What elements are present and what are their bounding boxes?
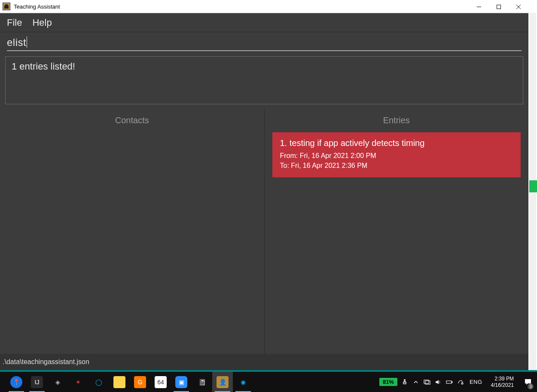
entries-column: Entries 1. testing if app actively detec… (265, 109, 529, 354)
volume-icon[interactable] (434, 378, 442, 386)
contacts-header: Contacts (0, 109, 264, 129)
app-icon (3, 3, 10, 10)
entry-to: To: Fri, 16 Apr 2021 2:36 PM (280, 161, 513, 170)
desktop: Teaching Assistant File Help elist (0, 0, 537, 392)
notifications-badge: 3 (528, 383, 534, 389)
close-button[interactable] (509, 0, 528, 13)
contacts-list[interactable] (0, 129, 264, 354)
language-indicator[interactable]: ENG (470, 379, 482, 385)
taskbar-app-zoom[interactable]: ▣ (171, 372, 192, 392)
taskbar-app-4[interactable]: ✶ (68, 372, 88, 392)
entries-header: Entries (265, 109, 529, 129)
taskbar-apps: 📍 IJ ◈ ✶ ◯ G 64 ▣ 📓 👤 ◉ (0, 372, 253, 392)
status-box: 1 entries listed! (5, 56, 523, 104)
status-message: 1 entries listed! (12, 61, 517, 72)
taskbar-app-3[interactable]: ◈ (47, 372, 68, 392)
taskbar-app-intellij[interactable]: IJ (27, 372, 47, 392)
command-input[interactable]: elist (7, 36, 522, 51)
entries-list[interactable]: 1. testing if app actively detects timin… (265, 129, 529, 354)
svg-rect-1 (497, 5, 501, 9)
taskbar-app-5[interactable]: ◯ (88, 372, 109, 392)
taskbar[interactable]: 📍 IJ ◈ ✶ ◯ G 64 ▣ 📓 👤 ◉ 81% ENG 2:39 PM … (0, 372, 537, 392)
svg-rect-4 (403, 382, 406, 384)
taskbar-app-foxit[interactable]: G (130, 372, 150, 392)
status-wrap: 1 entries listed! (0, 51, 528, 109)
taskbar-app-8[interactable]: 64 (150, 372, 171, 392)
clock[interactable]: 2:39 PM 4/16/2021 (491, 376, 514, 389)
taskbar-app-notepad[interactable]: 📓 (192, 372, 212, 392)
app-window: Teaching Assistant File Help elist (0, 0, 528, 370)
svg-rect-5 (424, 380, 429, 383)
display-icon[interactable] (423, 378, 431, 386)
battery-icon[interactable] (445, 378, 453, 386)
tray-expand-icon[interactable] (412, 378, 420, 386)
taskbar-app-1[interactable]: 📍 (6, 372, 27, 392)
command-row: elist (0, 32, 528, 51)
input-icon[interactable] (457, 378, 464, 386)
menu-bar: File Help (0, 13, 528, 32)
content-columns: Contacts Entries 1. testing if app activ… (0, 109, 528, 354)
window-title: Teaching Assistant (14, 3, 469, 10)
entry-title: 1. testing if app actively detects timin… (280, 138, 513, 148)
taskbar-app-12[interactable]: ◉ (233, 372, 253, 392)
clock-date: 4/16/2021 (491, 382, 514, 389)
command-input-value: elist (7, 36, 26, 48)
background-window-edge (528, 0, 537, 370)
notifications-button[interactable]: 3 (521, 372, 535, 392)
text-caret (27, 36, 27, 48)
window-controls (469, 0, 528, 13)
battery-indicator[interactable]: 81% (379, 378, 397, 386)
entry-card[interactable]: 1. testing if app actively detects timin… (272, 132, 521, 177)
system-tray: 81% ENG 2:39 PM 4/16/2021 3 (379, 372, 537, 392)
power-icon[interactable] (401, 378, 409, 386)
svg-rect-7 (446, 381, 452, 383)
title-bar[interactable]: Teaching Assistant (0, 0, 528, 13)
maximize-button[interactable] (489, 0, 509, 13)
menu-file[interactable]: File (3, 15, 26, 31)
clock-time: 2:39 PM (491, 376, 514, 382)
status-bar: .\data\teachingassistant.json (0, 354, 528, 370)
taskbar-app-teaching-assistant[interactable]: 👤 (212, 372, 233, 392)
status-bar-path: .\data\teachingassistant.json (3, 358, 89, 366)
menu-help[interactable]: Help (28, 15, 56, 31)
contacts-column: Contacts (0, 109, 265, 354)
svg-rect-6 (425, 381, 430, 384)
taskbar-app-stickynotes[interactable] (109, 372, 130, 392)
svg-rect-8 (452, 382, 452, 383)
entry-from: From: Fri, 16 Apr 2021 2:00 PM (280, 151, 513, 161)
minimize-button[interactable] (469, 0, 489, 13)
